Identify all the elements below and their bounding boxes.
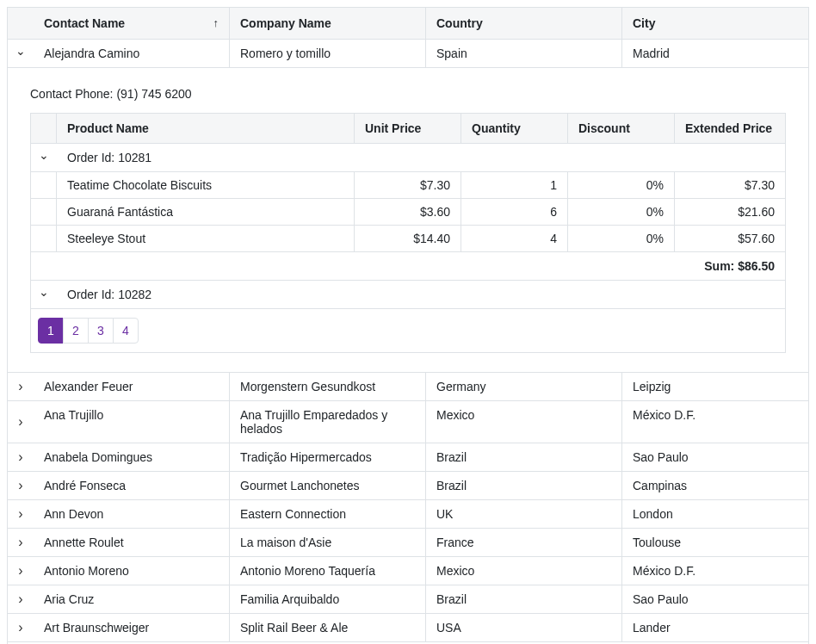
- detail-row: Guaraná Fantástica $3.60 6 0% $21.60: [31, 199, 785, 226]
- table-row: Alexander Feuer Morgenstern Gesundkost G…: [8, 373, 808, 401]
- pager-page-3[interactable]: 3: [88, 318, 114, 344]
- cell-city: Sao Paulo: [622, 585, 808, 613]
- detail-header-expand-placeholder: [31, 114, 57, 143]
- cell-city: Leipzig: [622, 373, 808, 400]
- detail-row: Steeleye Stout $14.40 4 0% $57.60: [31, 226, 785, 252]
- cell-extended: $7.30: [675, 172, 785, 198]
- chevron-right-icon: [18, 563, 22, 579]
- expand-toggle[interactable]: [8, 443, 34, 471]
- cell-city: Toulouse: [622, 529, 808, 556]
- cell-contact: Alexander Feuer: [34, 373, 230, 400]
- cell-contact: Anabela Domingues: [34, 443, 230, 471]
- table-row: André Fonseca Gourmet Lanchonetes Brazil…: [8, 472, 808, 500]
- cell-country: Brazil: [426, 585, 622, 613]
- expand-toggle[interactable]: [8, 472, 34, 499]
- cell-country: Germany: [426, 373, 622, 400]
- table-row: Art Braunschweiger Split Rail Beer & Ale…: [8, 614, 808, 642]
- pad: [31, 199, 57, 225]
- chevron-right-icon: [18, 379, 22, 394]
- detail-header-row: Product Name Unit Price Quantity Discoun…: [31, 114, 785, 144]
- expand-toggle[interactable]: [8, 529, 34, 556]
- sum-row: Sum: $86.50: [31, 252, 785, 281]
- cell-company: Tradição Hipermercados: [230, 443, 426, 471]
- expand-toggle[interactable]: [8, 40, 34, 67]
- cell-contact: Ana Trujillo: [34, 401, 230, 443]
- master-grid: Contact Name ↑ Company Name Country City…: [7, 7, 809, 644]
- cell-company: Split Rail Beer & Ale: [230, 614, 426, 641]
- pager-page-1[interactable]: 1: [38, 318, 64, 344]
- chevron-down-icon: [39, 151, 49, 164]
- chevron-right-icon: [18, 414, 22, 430]
- header-country[interactable]: Country: [426, 8, 622, 39]
- cell-country: Brazil: [426, 472, 622, 499]
- cell-company: Ana Trujillo Emparedados y helados: [230, 401, 426, 443]
- expand-toggle[interactable]: [8, 500, 34, 528]
- cell-contact: Ann Devon: [34, 500, 230, 528]
- cell-unit-price: $7.30: [355, 172, 461, 198]
- cell-company: Gourmet Lanchonetes: [230, 472, 426, 499]
- cell-country: UK: [426, 500, 622, 528]
- cell-city: Madrid: [622, 40, 808, 67]
- table-row: Antonio Moreno Antonio Moreno Taquería M…: [8, 557, 808, 585]
- cell-company: Antonio Moreno Taquería: [230, 557, 426, 585]
- chevron-down-icon: [15, 46, 26, 60]
- group-expand-toggle[interactable]: [31, 288, 57, 301]
- sort-ascending-icon: ↑: [213, 16, 219, 29]
- table-row: Anabela Domingues Tradição Hipermercados…: [8, 443, 808, 472]
- detail-header-extended[interactable]: Extended Price: [675, 114, 785, 143]
- header-row: Contact Name ↑ Company Name Country City: [8, 8, 808, 40]
- cell-company: La maison d'Asie: [230, 529, 426, 556]
- cell-company: Morgenstern Gesundkost: [230, 373, 426, 400]
- order-group-row: Order Id: 10282: [31, 281, 785, 309]
- cell-country: Mexico: [426, 557, 622, 585]
- detail-header-product[interactable]: Product Name: [57, 114, 355, 143]
- expand-toggle[interactable]: [8, 557, 34, 585]
- group-label: Order Id: 10282: [57, 281, 785, 308]
- cell-contact: Art Braunschweiger: [34, 614, 230, 641]
- header-expand-placeholder: [8, 8, 34, 39]
- cell-city: México D.F.: [622, 557, 808, 585]
- cell-country: Spain: [426, 40, 622, 67]
- sum-value: Sum: $86.50: [31, 252, 785, 280]
- cell-country: Mexico: [426, 401, 622, 443]
- cell-city: Campinas: [622, 472, 808, 499]
- cell-discount: 0%: [568, 172, 675, 198]
- header-company-name[interactable]: Company Name: [230, 8, 426, 39]
- chevron-right-icon: [18, 449, 22, 465]
- detail-grid: Product Name Unit Price Quantity Discoun…: [30, 113, 786, 353]
- cell-unit-price: $3.60: [355, 199, 461, 225]
- detail-header-quantity[interactable]: Quantity: [461, 114, 568, 143]
- chevron-right-icon: [18, 478, 22, 493]
- cell-city: London: [622, 500, 808, 528]
- cell-company: Romero y tomillo: [230, 40, 426, 67]
- cell-discount: 0%: [568, 226, 675, 251]
- cell-quantity: 1: [461, 172, 568, 198]
- header-city[interactable]: City: [622, 8, 808, 39]
- expand-toggle[interactable]: [8, 401, 34, 443]
- cell-contact: Annette Roulet: [34, 529, 230, 556]
- cell-product: Guaraná Fantástica: [57, 199, 355, 225]
- cell-quantity: 6: [461, 199, 568, 225]
- group-expand-toggle[interactable]: [31, 151, 57, 164]
- cell-product: Steeleye Stout: [57, 226, 355, 251]
- chevron-right-icon: [18, 506, 22, 522]
- table-row: Ann Devon Eastern Connection UK London: [8, 500, 808, 529]
- chevron-right-icon: [18, 620, 22, 635]
- detail-panel: Contact Phone: (91) 745 6200 Product Nam…: [8, 68, 808, 373]
- chevron-down-icon: [39, 288, 49, 301]
- table-row: Alejandra Camino Romero y tomillo Spain …: [8, 40, 808, 68]
- header-contact-name[interactable]: Contact Name ↑: [34, 8, 230, 39]
- expand-toggle[interactable]: [8, 614, 34, 641]
- cell-city: México D.F.: [622, 401, 808, 443]
- detail-row: Teatime Chocolate Biscuits $7.30 1 0% $7…: [31, 172, 785, 199]
- pager-page-2[interactable]: 2: [63, 318, 89, 344]
- expand-toggle[interactable]: [8, 585, 34, 613]
- detail-header-discount[interactable]: Discount: [568, 114, 675, 143]
- pager-page-4[interactable]: 4: [113, 318, 139, 344]
- detail-header-unit-price[interactable]: Unit Price: [355, 114, 461, 143]
- pad: [31, 172, 57, 198]
- cell-company: Familia Arquibaldo: [230, 585, 426, 613]
- cell-contact: Antonio Moreno: [34, 557, 230, 585]
- cell-unit-price: $14.40: [355, 226, 461, 251]
- expand-toggle[interactable]: [8, 373, 34, 400]
